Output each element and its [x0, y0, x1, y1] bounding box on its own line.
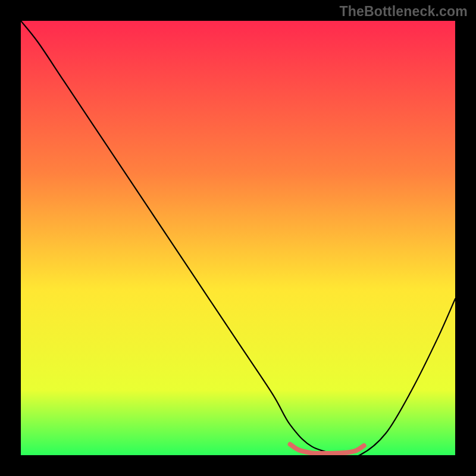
- chart-svg: [21, 21, 455, 455]
- watermark-text: TheBottleneck.com: [339, 4, 468, 20]
- chart-frame: TheBottleneck.com: [0, 0, 476, 476]
- gradient-background: [21, 21, 455, 455]
- plot-area: [21, 21, 455, 455]
